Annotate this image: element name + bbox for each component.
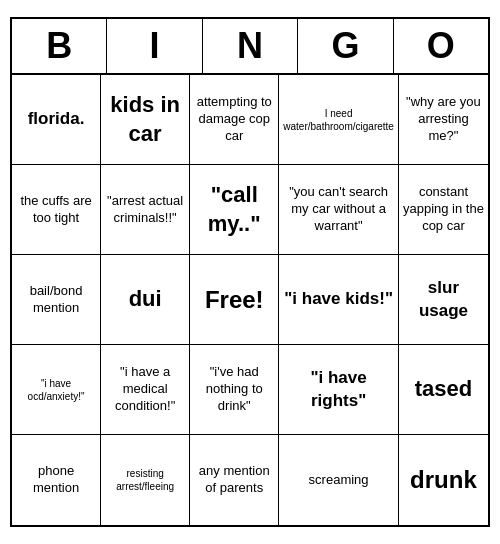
- bingo-cell-10[interactable]: bail/bond mention: [12, 255, 101, 345]
- bingo-cell-14[interactable]: slur usage: [399, 255, 488, 345]
- bingo-cell-24[interactable]: drunk: [399, 435, 488, 525]
- bingo-cell-22[interactable]: any mention of parents: [190, 435, 279, 525]
- bingo-card: BINGO florida.kids in carattempting to d…: [10, 17, 490, 527]
- bingo-cell-18[interactable]: "i have rights": [279, 345, 399, 435]
- bingo-cell-16[interactable]: "i have a medical condition!": [101, 345, 190, 435]
- bingo-cell-21[interactable]: resisting arrest/fleeing: [101, 435, 190, 525]
- header-letter-O: O: [394, 19, 488, 73]
- header-letter-G: G: [298, 19, 393, 73]
- bingo-cell-19[interactable]: tased: [399, 345, 488, 435]
- bingo-cell-8[interactable]: "you can't search my car without a warra…: [279, 165, 399, 255]
- header-letter-N: N: [203, 19, 298, 73]
- bingo-cell-11[interactable]: dui: [101, 255, 190, 345]
- bingo-cell-9[interactable]: constant yapping in the cop car: [399, 165, 488, 255]
- bingo-cell-5[interactable]: the cuffs are too tight: [12, 165, 101, 255]
- bingo-cell-15[interactable]: "i have ocd/anxiety!": [12, 345, 101, 435]
- header-letter-B: B: [12, 19, 107, 73]
- bingo-cell-4[interactable]: "why are you arresting me?": [399, 75, 488, 165]
- bingo-cell-17[interactable]: "i've had nothing to drink": [190, 345, 279, 435]
- bingo-cell-13[interactable]: "i have kids!": [279, 255, 399, 345]
- bingo-grid: florida.kids in carattempting to damage …: [12, 75, 488, 525]
- bingo-cell-20[interactable]: phone mention: [12, 435, 101, 525]
- bingo-cell-3[interactable]: I need water/bathroom/cigarette: [279, 75, 399, 165]
- bingo-header: BINGO: [12, 19, 488, 75]
- bingo-cell-0[interactable]: florida.: [12, 75, 101, 165]
- bingo-cell-23[interactable]: screaming: [279, 435, 399, 525]
- bingo-cell-6[interactable]: "arrest actual criminals!!": [101, 165, 190, 255]
- header-letter-I: I: [107, 19, 202, 73]
- bingo-cell-1[interactable]: kids in car: [101, 75, 190, 165]
- bingo-cell-7[interactable]: "call my..": [190, 165, 279, 255]
- bingo-cell-2[interactable]: attempting to damage cop car: [190, 75, 279, 165]
- bingo-cell-12[interactable]: Free!: [190, 255, 279, 345]
